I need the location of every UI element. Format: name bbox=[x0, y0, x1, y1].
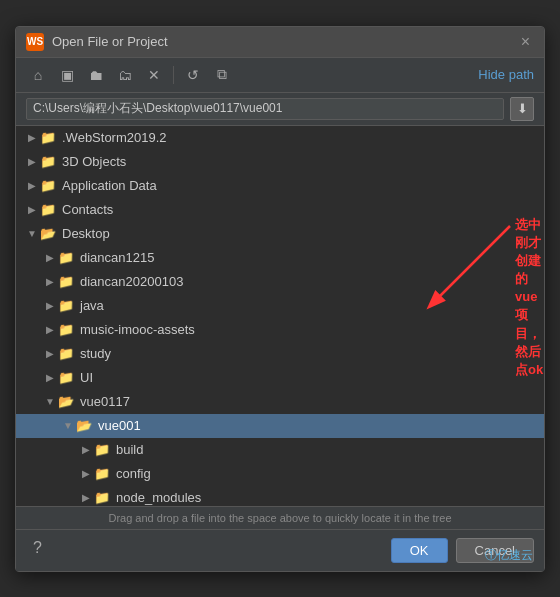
folder-icon: 📁 bbox=[40, 152, 58, 172]
folder-icon: 📁 bbox=[40, 176, 58, 196]
collapse-arrow: ▼ bbox=[24, 224, 40, 244]
collapse-arrow: ▶ bbox=[24, 128, 40, 148]
folder2-button[interactable]: 🗂 bbox=[113, 63, 137, 87]
tree-item-label: node_modules bbox=[116, 488, 201, 506]
path-bar: ⬇ bbox=[16, 93, 544, 126]
tree-item-label: .WebStorm2019.2 bbox=[62, 128, 167, 148]
tree-item-ui[interactable]: ▶ 📁 UI bbox=[16, 366, 544, 390]
tree-item-appdata[interactable]: ▶ 📁 Application Data bbox=[16, 174, 544, 198]
collapse-arrow: ▶ bbox=[24, 200, 40, 220]
folder-button[interactable]: 🖿 bbox=[84, 63, 108, 87]
cancel-button[interactable]: Cancel bbox=[456, 538, 534, 563]
app-icon: WS bbox=[26, 33, 44, 51]
folder-icon: 📁 bbox=[58, 320, 76, 340]
collapse-arrow: ▶ bbox=[24, 152, 40, 172]
tree-item-webstorm[interactable]: ▶ 📁 .WebStorm2019.2 bbox=[16, 126, 544, 150]
status-text: Drag and drop a file into the space abov… bbox=[108, 512, 451, 524]
collapse-arrow: ▶ bbox=[42, 272, 58, 292]
ok-button[interactable]: OK bbox=[391, 538, 448, 563]
tree-item-label: music-imooc-assets bbox=[80, 320, 195, 340]
tree-item-vue001[interactable]: ▼ 📂 vue001 bbox=[16, 414, 544, 438]
tree-item-label: build bbox=[116, 440, 143, 460]
collapse-arrow: ▶ bbox=[42, 296, 58, 316]
home-button[interactable]: ⌂ bbox=[26, 63, 50, 87]
collapse-arrow: ▶ bbox=[42, 344, 58, 364]
collapse-arrow: ▶ bbox=[42, 368, 58, 388]
tree-item-diancan20200103[interactable]: ▶ 📁 diancan20200103 bbox=[16, 270, 544, 294]
close-button[interactable]: × bbox=[517, 33, 534, 51]
tree-item-3dobjects[interactable]: ▶ 📁 3D Objects bbox=[16, 150, 544, 174]
open-file-dialog: WS Open File or Project × ⌂ ▣ 🖿 🗂 ✕ ↺ ⧉ … bbox=[15, 26, 545, 572]
folder-icon: 📁 bbox=[58, 296, 76, 316]
button-bar: OK Cancel bbox=[16, 529, 544, 571]
folder-open-icon: 📂 bbox=[40, 224, 58, 244]
collapse-arrow: ▼ bbox=[60, 416, 76, 436]
tree-item-java[interactable]: ▶ 📁 java bbox=[16, 294, 544, 318]
separator bbox=[173, 66, 174, 84]
collapse-arrow: ▶ bbox=[78, 488, 94, 506]
hide-path-link[interactable]: Hide path bbox=[478, 67, 534, 82]
tree-item-label: study bbox=[80, 344, 111, 364]
folder-icon: 📁 bbox=[58, 368, 76, 388]
dialog-title: Open File or Project bbox=[52, 34, 517, 49]
folder-icon: 📁 bbox=[94, 440, 112, 460]
tree-item-desktop[interactable]: ▼ 📂 Desktop bbox=[16, 222, 544, 246]
folder-icon: 📁 bbox=[94, 464, 112, 484]
tree-item-label: diancan20200103 bbox=[80, 272, 183, 292]
collapse-arrow: ▶ bbox=[78, 440, 94, 460]
folder-icon: 📁 bbox=[58, 248, 76, 268]
tree-item-label: vue001 bbox=[98, 416, 141, 436]
collapse-arrow: ▶ bbox=[42, 320, 58, 340]
tree-item-label: Application Data bbox=[62, 176, 157, 196]
tree-item-label: diancan1215 bbox=[80, 248, 154, 268]
tree-item-study[interactable]: ▶ 📁 study bbox=[16, 342, 544, 366]
folder-icon: 📁 bbox=[40, 128, 58, 148]
monitor-button[interactable]: ▣ bbox=[55, 63, 79, 87]
folder-open-icon: 📂 bbox=[76, 416, 94, 436]
copy-button[interactable]: ⧉ bbox=[210, 63, 234, 87]
tree-item-label: Contacts bbox=[62, 200, 113, 220]
collapse-arrow: ▶ bbox=[42, 248, 58, 268]
tree-item-label: java bbox=[80, 296, 104, 316]
delete-button[interactable]: ✕ bbox=[142, 63, 166, 87]
folder-icon: 📁 bbox=[40, 200, 58, 220]
toolbar: ⌂ ▣ 🖿 🗂 ✕ ↺ ⧉ Hide path bbox=[16, 58, 544, 93]
folder-icon: 📁 bbox=[94, 488, 112, 506]
path-input[interactable] bbox=[26, 98, 504, 120]
folder-icon: 📁 bbox=[58, 344, 76, 364]
file-tree[interactable]: ▶ 📁 .WebStorm2019.2 ▶ 📁 3D Objects ▶ 📁 A… bbox=[16, 126, 544, 506]
tree-item-contacts[interactable]: ▶ 📁 Contacts bbox=[16, 198, 544, 222]
folder-open-icon: 📂 bbox=[58, 392, 76, 412]
tree-item-build[interactable]: ▶ 📁 build bbox=[16, 438, 544, 462]
path-download-button[interactable]: ⬇ bbox=[510, 97, 534, 121]
collapse-arrow: ▼ bbox=[42, 392, 58, 412]
collapse-arrow: ▶ bbox=[78, 464, 94, 484]
tree-item-music[interactable]: ▶ 📁 music-imooc-assets bbox=[16, 318, 544, 342]
tree-item-node-modules[interactable]: ▶ 📁 node_modules bbox=[16, 486, 544, 506]
tree-item-vue0117[interactable]: ▼ 📂 vue0117 bbox=[16, 390, 544, 414]
status-bar: Drag and drop a file into the space abov… bbox=[16, 506, 544, 529]
folder-icon: 📁 bbox=[58, 272, 76, 292]
collapse-arrow: ▶ bbox=[24, 176, 40, 196]
tree-item-config[interactable]: ▶ 📁 config bbox=[16, 462, 544, 486]
title-bar: WS Open File or Project × bbox=[16, 27, 544, 58]
tree-item-label: UI bbox=[80, 368, 93, 388]
tree-item-label: vue0117 bbox=[80, 392, 130, 412]
refresh-button[interactable]: ↺ bbox=[181, 63, 205, 87]
tree-item-diancan1215[interactable]: ▶ 📁 diancan1215 bbox=[16, 246, 544, 270]
tree-item-label: 3D Objects bbox=[62, 152, 126, 172]
tree-item-label: Desktop bbox=[62, 224, 110, 244]
tree-item-label: config bbox=[116, 464, 151, 484]
